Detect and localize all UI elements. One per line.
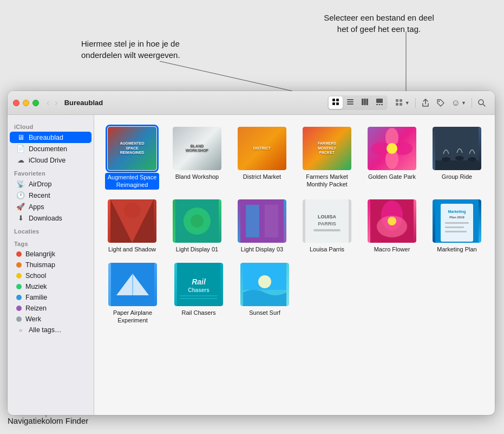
file-thumb-light03 — [238, 199, 286, 243]
svg-rect-16 — [381, 104, 383, 105]
view-icon-button[interactable] — [329, 96, 343, 109]
sidebar-item-downloads[interactable]: ⬇ Downloads — [10, 212, 91, 224]
sidebar-item-airdrop[interactable]: 📡 AirDrop — [10, 178, 91, 190]
sidebar-item-tag-familie[interactable]: Familie — [10, 292, 91, 303]
file-label-district: District Market — [243, 173, 281, 180]
file-label-bland: Bland Workshop — [175, 173, 219, 180]
file-item-rail[interactable]: Rail Chasers Rail Chasers — [169, 260, 228, 327]
sidebar-item-apps[interactable]: 🚀 Apps — [10, 201, 91, 212]
file-item-paper[interactable]: Paper Airplane Experiment — [103, 260, 162, 327]
file-item-group[interactable]: Group Ride — [428, 124, 486, 192]
svg-rect-13 — [376, 99, 383, 103]
file-thumb-light01 — [173, 199, 221, 243]
svg-rect-15 — [378, 104, 380, 105]
sidebar-item-icloud-drive[interactable]: ☁ iCloud Drive — [10, 154, 91, 166]
nav-buttons: ‹ › — [44, 97, 60, 109]
more-chevron: ▼ — [461, 100, 466, 106]
file-item-golden[interactable]: Golden Gate Park — [363, 124, 421, 192]
file-thumb-macro — [368, 199, 416, 243]
sidebar-section-locaties: Locaties — [8, 224, 94, 236]
file-item-marketing[interactable]: Marketing Plan 2019 Marketing Plan — [428, 196, 486, 255]
paper-svg — [111, 263, 154, 306]
svg-rect-54 — [445, 222, 469, 224]
sidebar-item-bureaublad[interactable]: 🖥 Bureaublad — [10, 132, 91, 143]
share-icon — [421, 99, 430, 107]
file-label-light-shadow: Light and Shadow — [108, 245, 156, 253]
svg-line-23 — [483, 104, 485, 106]
minimize-button[interactable] — [23, 100, 29, 106]
svg-rect-5 — [332, 102, 335, 105]
file-row-3: Paper Airplane Experiment Rail Chasers — [103, 260, 486, 327]
annotation-top-left: Hiermee stel je in hoe je de onderdelen … — [81, 38, 238, 61]
maximize-button[interactable] — [32, 100, 39, 106]
forward-button[interactable]: › — [53, 97, 60, 109]
svg-rect-56 — [445, 231, 467, 232]
sidebar-item-tag-school[interactable]: School — [10, 270, 91, 281]
file-item-farmers[interactable]: FARMERSMONTHLYPACKET Farmers Market Mont… — [298, 124, 356, 192]
sidebar-item-tag-muziek[interactable]: Muziek — [10, 281, 91, 292]
marketing-svg: Marketing Plan 2019 — [435, 199, 479, 243]
file-thumb-paper — [108, 263, 157, 306]
svg-point-31 — [455, 156, 464, 160]
share-button[interactable] — [418, 96, 433, 109]
svg-point-67 — [258, 275, 271, 288]
download-icon: ⬇ — [16, 214, 25, 222]
view-gallery-button[interactable] — [372, 96, 387, 109]
more-button[interactable]: ☺ ▼ — [448, 96, 469, 110]
sidebar-item-recent[interactable]: 🕐 Recent — [10, 190, 91, 201]
group-button[interactable]: ▼ — [392, 96, 413, 109]
tag-dot-blue — [16, 295, 22, 300]
back-button[interactable]: ‹ — [44, 97, 51, 109]
tag-icon — [436, 99, 445, 107]
svg-point-21 — [438, 100, 440, 101]
file-item-district[interactable]: DISTRICT District Market — [233, 124, 291, 192]
group-icon — [395, 99, 404, 107]
file-label-augmented: Augmented Space Reimagined — [105, 173, 159, 190]
svg-rect-63 — [180, 295, 218, 296]
file-label-marketing: Marketing Plan — [437, 245, 476, 253]
svg-point-35 — [124, 202, 140, 218]
file-label-rail: Rail Chasers — [182, 309, 216, 316]
sidebar-item-tag-werk[interactable]: Werk — [10, 314, 91, 325]
view-column-button[interactable] — [358, 96, 372, 109]
toolbar-separator-2 — [472, 98, 472, 108]
tag-dot-red — [16, 251, 22, 257]
file-item-macro[interactable]: Macro Flower — [363, 196, 421, 255]
file-thumb-marketing: Marketing Plan 2019 — [433, 199, 481, 243]
column-icon — [361, 98, 369, 106]
file-item-light03[interactable]: Light Display 03 — [233, 196, 291, 255]
close-button[interactable] — [13, 100, 19, 106]
tag-dot-orange — [16, 262, 22, 268]
toolbar-separator-1 — [415, 98, 416, 108]
sidebar-item-tag-reizen[interactable]: Reizen — [10, 303, 91, 314]
file-thumb-augmented: AUGMENTEDSPACEREIMAGINED — [108, 127, 156, 170]
svg-rect-14 — [376, 104, 378, 105]
view-list-button[interactable] — [343, 96, 357, 109]
light01-svg — [175, 199, 219, 243]
file-item-augmented[interactable]: AUGMENTEDSPACEREIMAGINED Augmented Space… — [103, 124, 161, 192]
svg-text:LOUISA: LOUISA — [318, 214, 337, 219]
search-button[interactable] — [474, 96, 489, 109]
file-item-light-shadow[interactable]: Light and Shadow — [103, 196, 161, 255]
file-label-farmers: Farmers Market Monthly Packet — [300, 173, 354, 189]
tag-button[interactable] — [433, 96, 448, 109]
sidebar-item-tag-alle[interactable]: ○ Alle tags… — [10, 325, 91, 335]
file-item-bland[interactable]: BLANDWORKSHOP Bland Workshop — [168, 124, 226, 192]
group-chevron: ▼ — [405, 100, 410, 106]
file-item-louisa[interactable]: LOUISA PARRIS Louisa Parris — [298, 196, 356, 255]
search-icon — [477, 99, 486, 107]
svg-rect-11 — [364, 99, 366, 105]
sidebar-item-documenten[interactable]: 📄 Documenten — [10, 143, 91, 154]
sidebar-item-tag-thuismap[interactable]: Thuismap — [10, 260, 91, 270]
svg-rect-3 — [332, 99, 335, 101]
file-item-light01[interactable]: Light Display 01 — [168, 196, 226, 255]
svg-point-49 — [388, 217, 396, 225]
svg-point-28 — [387, 143, 397, 154]
file-item-sunset[interactable]: Sunset Surf — [235, 260, 294, 327]
file-thumb-golden — [368, 127, 416, 170]
light-shadow-svg — [110, 199, 154, 243]
sidebar-item-tag-belangrijk[interactable]: Belangrijk — [10, 249, 91, 260]
main-area: iCloud 🖥 Bureaublad 📄 Documenten ☁ iClou… — [8, 115, 495, 415]
svg-text:Rail: Rail — [192, 277, 206, 286]
file-thumb-louisa: LOUISA PARRIS — [303, 199, 351, 243]
